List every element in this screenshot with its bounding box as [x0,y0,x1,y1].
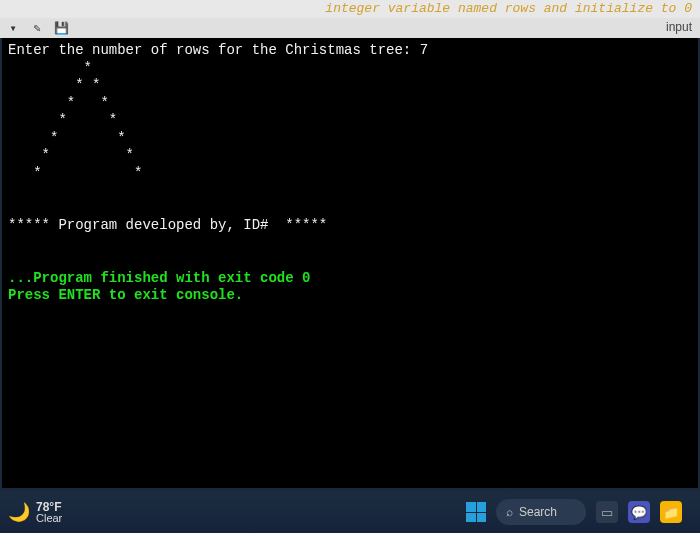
editor-comment-line: integer variable named rows and initiali… [0,0,700,18]
signature-line: ***** Program developed by, ID# ***** [8,217,327,233]
weather-condition: Clear [36,513,62,524]
save-icon[interactable]: 💾 [54,21,68,35]
moon-icon: 🌙 [8,501,30,523]
taskbar-center: ⌕ Search ▭ 💬 📁 [466,499,682,525]
file-explorer-icon[interactable]: 📁 [660,501,682,523]
weather-widget[interactable]: 🌙 78°F Clear [8,501,62,524]
windows-taskbar: 🌙 78°F Clear ⌕ Search ▭ 💬 📁 [0,491,700,533]
tree-row: * * [8,130,126,146]
console-output[interactable]: Enter the number of rows for the Christm… [2,38,698,488]
tree-row: * * [8,112,117,128]
tree-row: * * [8,95,109,111]
prompt-line: Enter the number of rows for the Christm… [8,42,428,58]
search-label: Search [519,505,557,519]
chat-icon[interactable]: 💬 [628,501,650,523]
task-view-icon[interactable]: ▭ [596,501,618,523]
input-tab-label[interactable]: input [666,20,692,34]
chevron-down-icon[interactable]: ▾ [6,21,20,35]
press-enter-line: Press ENTER to exit console. [8,287,243,303]
tree-row: * [8,60,92,76]
console-toolbar: ▾ ✎ 💾 input [0,18,700,38]
search-icon: ⌕ [506,505,513,519]
tree-row: * * [8,77,100,93]
tree-row: * * [8,165,142,181]
weather-temp: 78°F [36,501,62,513]
exit-code-line: ...Program finished with exit code 0 [8,270,310,286]
edit-icon[interactable]: ✎ [30,21,44,35]
taskbar-search[interactable]: ⌕ Search [496,499,586,525]
windows-start-icon[interactable] [466,502,486,522]
tree-row: * * [8,147,134,163]
